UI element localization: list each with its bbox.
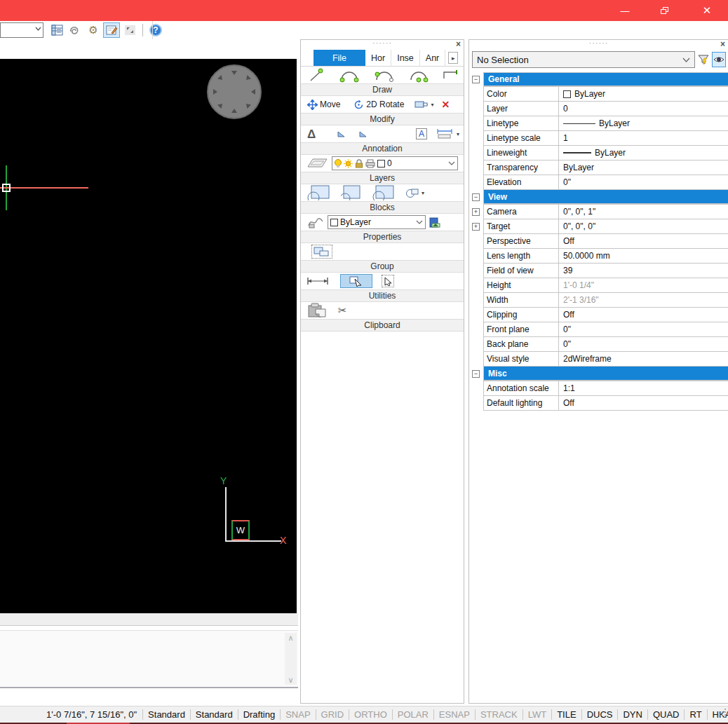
polyline-tool-icon[interactable] (443, 67, 459, 83)
property-row[interactable]: Default lightingOff (472, 396, 728, 411)
expand-icon[interactable]: + (472, 223, 480, 231)
text-tool-icon[interactable]: A (416, 128, 427, 139)
status-toggle-grid[interactable]: GRID (316, 709, 350, 720)
dimension-tool-icon[interactable] (436, 128, 453, 139)
status-toggle-standard[interactable]: Standard (143, 709, 191, 720)
status-toggle-ortho[interactable]: ORTHO (349, 709, 393, 720)
close-button[interactable]: ✕ (690, 0, 724, 21)
property-value[interactable]: ByLayer (559, 146, 728, 160)
group-section-label[interactable]: Group (301, 260, 464, 273)
property-row[interactable]: Visual style2dWireframe (472, 352, 728, 367)
toggle-pickadd-button[interactable] (712, 52, 726, 67)
create-block-icon[interactable] (341, 185, 360, 200)
group-icon[interactable] (311, 245, 332, 259)
property-row[interactable]: Annotation scale1:1 (472, 381, 728, 396)
quick-select-filter-button[interactable] (696, 52, 710, 67)
section-header-row[interactable]: −General (472, 72, 728, 87)
move-button[interactable]: Move (307, 100, 340, 110)
property-row[interactable]: ClippingOff (472, 308, 728, 322)
property-row[interactable]: LinetypeByLayer (472, 116, 728, 131)
color-dropdown[interactable]: ByLayer (328, 215, 426, 229)
offset-dropdown-icon[interactable]: ▾ (431, 102, 433, 108)
properties-drag-handle[interactable]: ······ (589, 39, 609, 47)
cut-scissors-icon[interactable]: ✂ (338, 304, 347, 317)
status-toggle-ducs[interactable]: DUCS (582, 709, 619, 720)
command-history-area[interactable]: ∧ ∨ (0, 630, 298, 688)
tab-overflow-button[interactable]: ▸ (448, 52, 458, 64)
restore-button[interactable] (648, 0, 680, 21)
expand-icon[interactable]: + (472, 208, 480, 216)
minimize-button[interactable]: — (609, 0, 641, 21)
property-row[interactable]: Front plane0" (472, 322, 728, 337)
layer-lock-icon[interactable] (355, 159, 363, 168)
status-toggle-tile[interactable]: TILE (552, 709, 581, 720)
property-row[interactable]: TransparencyByLayer (472, 160, 728, 175)
tolerance-icon[interactable]: Δ (307, 128, 316, 140)
property-row[interactable]: ColorByLayer (472, 87, 728, 102)
property-value[interactable]: 0 (559, 102, 728, 116)
property-row[interactable]: Layer0 (472, 102, 728, 116)
select-all-icon[interactable] (382, 275, 394, 287)
property-value[interactable]: 39 (559, 264, 728, 278)
status-toggle-drafting[interactable]: Drafting (238, 709, 281, 720)
property-value[interactable]: 0" (559, 175, 728, 189)
property-row[interactable]: Field of view39 (472, 264, 728, 278)
layer-plot-printer-icon[interactable] (365, 159, 375, 168)
image-attach-icon[interactable] (429, 217, 440, 228)
ribbon-drag-handle[interactable]: ······ (372, 39, 392, 47)
property-row[interactable]: Width2'-1 3/16" (472, 293, 728, 308)
property-value[interactable]: 0", 0", 0" (559, 219, 728, 233)
dimension-dropdown-icon[interactable]: ▾ (457, 131, 459, 137)
chevron-down-icon[interactable] (448, 161, 455, 165)
arc-center-tool-icon[interactable] (408, 67, 429, 83)
property-value[interactable]: 0", 0", 1" (559, 205, 728, 219)
layer-freeze-sun-icon[interactable] (344, 159, 353, 168)
scroll-down-icon[interactable]: ∨ (288, 675, 293, 685)
edit-panel-icon[interactable] (103, 22, 120, 38)
layer-on-bulb-icon[interactable] (335, 159, 342, 168)
property-row[interactable]: Height1'-0 1/4" (472, 278, 728, 293)
chevron-down-icon[interactable] (416, 220, 423, 224)
tab-file[interactable]: File (314, 50, 365, 66)
property-value[interactable]: 0" (559, 337, 728, 351)
property-value[interactable]: 0" (559, 322, 728, 336)
annotation-section-label[interactable]: Annotation (301, 142, 464, 155)
status-toggle-standard[interactable]: Standard (191, 709, 238, 720)
property-row[interactable]: +Camera0", 0", 1" (472, 205, 728, 219)
status-toggle-lwt[interactable]: LWT (523, 709, 552, 720)
insert-block-icon[interactable] (307, 185, 330, 200)
block-dropdown-icon[interactable]: ▾ (422, 190, 424, 196)
offset-button[interactable]: ▾ (414, 100, 433, 109)
blocks-section-label[interactable]: Blocks (301, 201, 464, 214)
status-toggle-rt[interactable]: RT (685, 709, 707, 720)
properties-close-icon[interactable]: × (720, 40, 725, 48)
scroll-up-icon[interactable]: ∧ (288, 633, 293, 643)
tab-annotate[interactable]: Anr (420, 50, 445, 66)
property-value[interactable]: ByLayer (559, 160, 728, 175)
status-toggle-dyn[interactable]: DYN (618, 709, 647, 720)
property-row[interactable]: LineweightByLayer (472, 146, 728, 160)
block-editor-icon[interactable] (372, 185, 394, 200)
property-value[interactable]: 1 (559, 131, 728, 145)
section-header-row[interactable]: −View (472, 190, 728, 205)
collapse-icon[interactable]: − (472, 76, 480, 83)
section-header-row[interactable]: −Misc (472, 367, 728, 381)
tab-home[interactable]: Hor (365, 50, 391, 66)
block-attributes-button[interactable]: ▾ (405, 187, 424, 198)
property-value[interactable]: Off (559, 234, 728, 248)
property-row[interactable]: Lens length50.0000 mm (472, 249, 728, 264)
workspace-combobox[interactable] (0, 22, 43, 38)
property-row[interactable]: Elevation0" (472, 175, 728, 190)
selection-dropdown[interactable]: No Selection (472, 51, 695, 68)
status-toggle-strack[interactable]: STRACK (476, 709, 523, 720)
annotation-partial-icon[interactable] (337, 130, 346, 137)
property-row[interactable]: Back plane0" (472, 337, 728, 352)
property-value[interactable]: 2dWireframe (559, 352, 728, 366)
line-tool-icon[interactable] (307, 67, 325, 83)
arc-tool-icon[interactable] (339, 67, 360, 83)
layer-properties-icon[interactable] (307, 157, 328, 170)
quick-select-button[interactable] (340, 274, 372, 288)
property-value[interactable]: 1'-0 1/4" (559, 278, 728, 292)
settings-gear-icon[interactable]: ⚙ (85, 22, 102, 38)
property-value[interactable]: Off (559, 396, 728, 410)
